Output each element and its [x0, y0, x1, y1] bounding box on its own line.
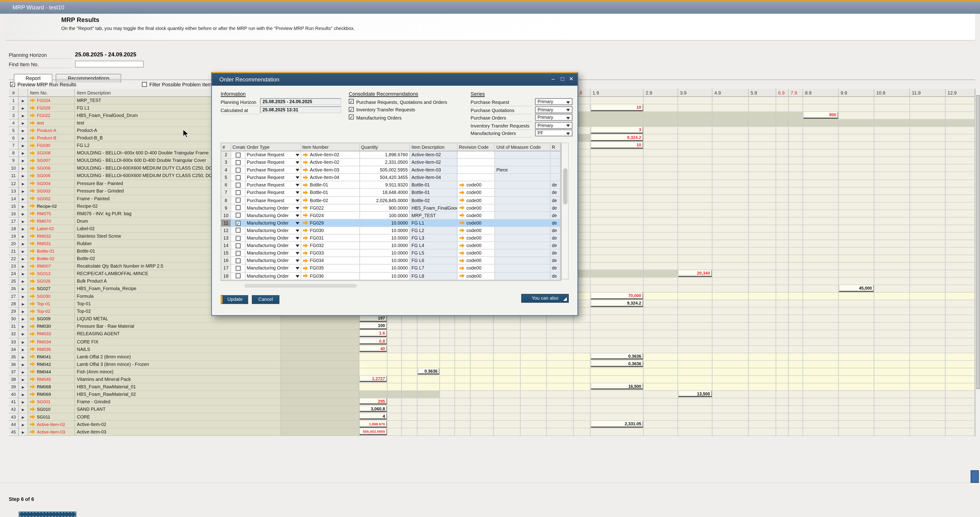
- create-checkbox[interactable]: [235, 228, 240, 233]
- item-no-cell[interactable]: RM075: [28, 210, 75, 217]
- create-cell[interactable]: [231, 197, 245, 204]
- item-number-cell[interactable]: FG029: [301, 219, 360, 227]
- item-number-cell[interactable]: Active-Item-02: [301, 159, 360, 166]
- item-row[interactable]: 44▶Active-Item-02Active-Item-021,898.676…: [9, 421, 975, 428]
- recommendation-row[interactable]: 7Purchase RequestBottle-0118,648.4000Bot…: [221, 189, 561, 197]
- revision-code-cell[interactable]: [458, 174, 495, 182]
- dialog-vertical-scrollbar[interactable]: [561, 143, 569, 279]
- expand-icon[interactable]: ▶: [19, 398, 28, 406]
- item-row[interactable]: 34▶RM035NAILS40: [9, 346, 975, 353]
- recommendation-row[interactable]: 2Purchase RequestActive-Item-021,898.676…: [221, 152, 561, 159]
- item-number-cell[interactable]: FG034: [301, 257, 360, 265]
- item-number-cell[interactable]: FG031: [301, 235, 360, 242]
- revision-code-cell[interactable]: code00: [458, 227, 495, 235]
- item-no-cell[interactable]: SG030: [28, 293, 75, 300]
- item-no-cell[interactable]: RM032: [28, 233, 75, 240]
- link-arrow-icon[interactable]: [303, 228, 308, 233]
- create-cell[interactable]: [231, 235, 245, 242]
- create-checkbox[interactable]: ✓: [235, 221, 240, 226]
- expand-icon[interactable]: ▶: [19, 240, 28, 247]
- item-no-cell[interactable]: Label-02: [28, 225, 75, 233]
- item-no-cell[interactable]: SG002: [28, 195, 75, 203]
- create-checkbox[interactable]: [235, 175, 240, 180]
- item-no-cell[interactable]: SG007: [28, 157, 75, 165]
- link-arrow-icon[interactable]: [303, 198, 308, 203]
- link-arrow-icon[interactable]: [30, 256, 35, 261]
- link-arrow-icon[interactable]: [30, 264, 35, 268]
- item-no-cell[interactable]: Top-02: [28, 308, 75, 315]
- expand-icon[interactable]: ▶: [19, 308, 28, 315]
- expand-icon[interactable]: ▶: [19, 105, 28, 112]
- pegging-value[interactable]: 10: [590, 105, 643, 111]
- create-checkbox[interactable]: [235, 168, 240, 172]
- expand-icon[interactable]: ▶: [19, 142, 28, 150]
- item-no-cell[interactable]: SG026: [28, 278, 75, 285]
- series-dropdown[interactable]: PF: [535, 129, 572, 136]
- link-arrow-icon[interactable]: [30, 196, 35, 201]
- item-row[interactable]: 37▶RM044Fish (4mm mince)0.3636: [9, 368, 975, 376]
- revision-code-cell[interactable]: code00: [458, 257, 495, 265]
- pegging-value[interactable]: 13,500: [678, 391, 712, 397]
- create-cell[interactable]: [231, 204, 245, 212]
- item-no-cell[interactable]: SG004: [28, 180, 75, 187]
- link-arrow-icon[interactable]: [30, 309, 35, 314]
- item-no-cell[interactable]: SG005: [28, 172, 75, 180]
- quantity-cell[interactable]: 10.0000: [360, 219, 410, 227]
- item-no-cell[interactable]: SG003: [28, 187, 75, 195]
- create-cell[interactable]: [231, 227, 245, 235]
- expand-icon[interactable]: ▶: [19, 255, 28, 263]
- item-no-cell[interactable]: RM044: [28, 368, 75, 376]
- recommendation-row[interactable]: 12Manufacturing OrderFG03010.0000FG L2co…: [221, 227, 561, 235]
- pegging-value[interactable]: 900: [803, 112, 838, 119]
- link-arrow-icon[interactable]: [30, 234, 35, 238]
- expand-icon[interactable]: ▶: [19, 270, 28, 278]
- link-arrow-icon[interactable]: [460, 274, 465, 278]
- item-row[interactable]: 33▶RM034CORE FIX0.8: [9, 338, 975, 346]
- order-type-dropdown[interactable]: Manufacturing Order: [246, 235, 301, 242]
- item-row[interactable]: 40▶RM069HBS_Foam_RawMaterial_0213,500: [9, 391, 975, 398]
- pegging-value[interactable]: 0.8: [359, 338, 387, 345]
- expand-icon[interactable]: ▶: [19, 286, 28, 293]
- recommendation-row[interactable]: 14Manufacturing OrderFG03210.0000FG L4co…: [221, 242, 561, 250]
- expand-icon[interactable]: ▶: [19, 353, 28, 361]
- link-arrow-icon[interactable]: [30, 188, 35, 193]
- quantity-cell[interactable]: 2,026,845.0000: [360, 197, 410, 204]
- recommendation-row[interactable]: 5Purchase RequestActive-Item-04504,420.3…: [221, 174, 561, 182]
- create-checkbox[interactable]: [235, 258, 240, 263]
- pegging-value[interactable]: 9,324.2: [590, 300, 643, 307]
- recommendation-row[interactable]: 11✓Manufacturing OrderFG02910.0000FG L1c…: [221, 219, 561, 227]
- item-no-cell[interactable]: FG024: [28, 97, 75, 104]
- create-checkbox[interactable]: [235, 182, 240, 187]
- revision-code-cell[interactable]: code00: [458, 219, 495, 227]
- order-type-dropdown[interactable]: Manufacturing Order: [246, 242, 301, 250]
- consolidate-checkbox[interactable]: ✓: [349, 107, 354, 112]
- link-arrow-icon[interactable]: [30, 385, 35, 389]
- order-type-dropdown[interactable]: Manufacturing Order: [246, 204, 301, 212]
- revision-code-cell[interactable]: code00: [458, 189, 495, 197]
- link-arrow-icon[interactable]: [30, 430, 35, 434]
- expand-icon[interactable]: ▶: [19, 233, 28, 240]
- expand-icon[interactable]: ▶: [19, 406, 28, 413]
- item-row[interactable]: 31▶RM030Pressure Bar - Raw Material100: [9, 323, 975, 330]
- quantity-cell[interactable]: 10.0000: [360, 250, 410, 257]
- item-no-cell[interactable]: RM070: [28, 217, 75, 225]
- quantity-cell[interactable]: 10.0000: [360, 242, 410, 250]
- link-arrow-icon[interactable]: [30, 98, 35, 103]
- item-number-cell[interactable]: Active-Item-03: [301, 167, 360, 174]
- revision-code-cell[interactable]: code00: [458, 182, 495, 189]
- revision-code-cell[interactable]: code00: [458, 265, 495, 272]
- link-arrow-icon[interactable]: [460, 213, 465, 217]
- link-arrow-icon[interactable]: [30, 219, 35, 223]
- item-no-cell[interactable]: RM042: [28, 361, 75, 368]
- quantity-cell[interactable]: 504,420.3455: [360, 174, 410, 182]
- quantity-cell[interactable]: 10.0000: [360, 272, 410, 280]
- item-no-cell[interactable]: FG030: [28, 142, 75, 150]
- item-row[interactable]: 42▶SG010SAND PLANT3,060.8: [9, 406, 975, 413]
- link-arrow-icon[interactable]: [303, 175, 308, 180]
- recommendation-row[interactable]: 3Purchase RequestActive-Item-022,331.050…: [221, 159, 561, 166]
- item-no-cell[interactable]: RM041: [28, 353, 75, 361]
- expand-icon[interactable]: ▶: [19, 300, 28, 308]
- order-type-dropdown[interactable]: Purchase Request: [246, 152, 301, 159]
- expand-icon[interactable]: ▶: [19, 383, 28, 391]
- item-number-cell[interactable]: FG032: [301, 242, 360, 250]
